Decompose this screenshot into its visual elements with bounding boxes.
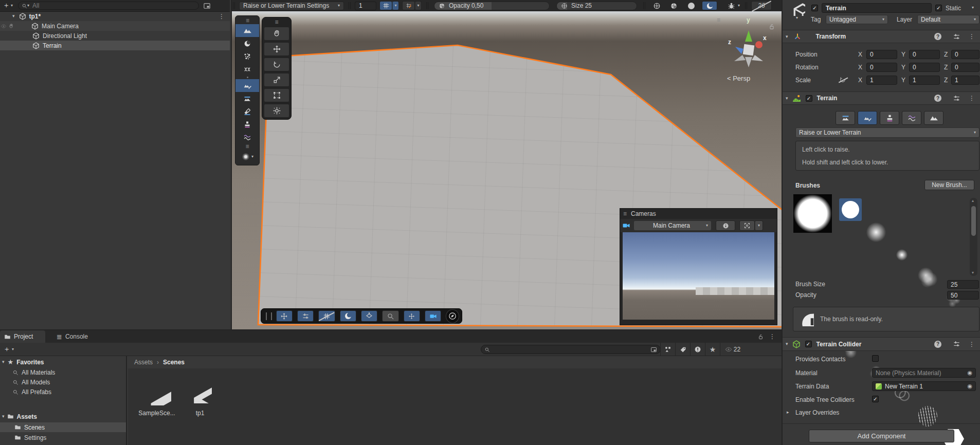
provides-contacts-checkbox[interactable] bbox=[872, 355, 879, 362]
static-caret-icon[interactable]: ▾ bbox=[972, 6, 974, 10]
hierarchy-item-directional-light[interactable]: Directional Light bbox=[0, 31, 230, 41]
scroll-down-icon[interactable]: ▾ bbox=[972, 271, 974, 275]
overlay-search-button[interactable] bbox=[382, 310, 398, 322]
overlay-navigation-compass[interactable] bbox=[446, 309, 459, 323]
search-filter-caret-icon[interactable]: ▾ bbox=[27, 4, 29, 8]
picture-in-picture-icon[interactable] bbox=[203, 2, 211, 10]
material-object-field[interactable]: None (Physics Material) ◉ bbox=[872, 368, 976, 378]
brush-size-slider-button[interactable]: Size 25 bbox=[556, 2, 637, 10]
dig-tool[interactable] bbox=[235, 105, 259, 118]
tree-item-all-prefabs[interactable]: All Prefabs bbox=[0, 387, 126, 397]
tree-item-all-models[interactable]: All Models bbox=[0, 377, 126, 387]
object-name-field[interactable]: Terrain bbox=[822, 3, 932, 13]
visible-count-indicator[interactable]: 22 bbox=[720, 343, 745, 356]
overlay-tools-button[interactable] bbox=[276, 310, 293, 322]
particles-caret-icon[interactable]: ▾ bbox=[738, 4, 740, 8]
brush-opacity-field[interactable]: 50 bbox=[947, 291, 979, 300]
overlay-grid-snap-button[interactable] bbox=[318, 310, 335, 322]
scene-viewport[interactable]: ≡ ≡ ▾ ≡ bbox=[232, 11, 783, 329]
scale-x-field[interactable]: 1 bbox=[866, 76, 897, 85]
kebab-menu-icon[interactable]: ⋮ bbox=[969, 33, 975, 40]
terrain-component-header[interactable]: ▾ ✓ Terrain ? ⋮ bbox=[783, 91, 980, 105]
new-brush-button[interactable]: New Brush... bbox=[924, 180, 974, 190]
brush-circle-solid[interactable] bbox=[839, 198, 862, 221]
assets-root[interactable]: ▾ Assets bbox=[0, 412, 126, 421]
asset-item-samplescene[interactable]: SampleSce... bbox=[137, 377, 176, 417]
warnings-button[interactable] bbox=[690, 343, 705, 356]
scene-row[interactable]: ▾ tp1* ⋮ bbox=[0, 11, 230, 21]
transform-foldout-icon[interactable]: ▾ bbox=[786, 34, 788, 39]
presets-icon[interactable] bbox=[953, 95, 960, 102]
kebab-menu-icon[interactable]: ⋮ bbox=[969, 95, 975, 102]
search-in-window-icon[interactable] bbox=[650, 346, 657, 353]
audio-toggle[interactable] bbox=[684, 1, 698, 10]
rotation-x-field[interactable]: 0 bbox=[866, 63, 897, 72]
gizmo-axis-z-label[interactable]: z bbox=[728, 39, 731, 46]
scale-tool[interactable] bbox=[264, 73, 289, 87]
palette-drag-handle[interactable]: ≡ bbox=[264, 19, 289, 25]
brush-preset-picker[interactable]: ▾ bbox=[235, 150, 259, 164]
brush-noise-1[interactable] bbox=[916, 266, 939, 289]
particles-toggle[interactable] bbox=[724, 1, 738, 10]
brush-streaks[interactable] bbox=[916, 405, 939, 428]
cameras-overlay-header[interactable]: ≡ Cameras bbox=[620, 209, 777, 219]
gizmo-axis-x-label[interactable]: x bbox=[763, 34, 767, 42]
icon-options-caret[interactable]: ▾ bbox=[796, 16, 798, 20]
paint-details-button[interactable] bbox=[902, 111, 921, 125]
hierarchy-search-input[interactable] bbox=[31, 2, 188, 10]
brush-dot-soft[interactable] bbox=[891, 244, 913, 266]
camera-select-dropdown[interactable]: Main Camera ▾ bbox=[633, 220, 712, 231]
scene-kebab-icon[interactable]: ⋮ bbox=[219, 13, 225, 20]
project-search-box[interactable] bbox=[481, 345, 661, 354]
tab-console[interactable]: ≣ Console bbox=[51, 330, 93, 343]
camera-maximize-button[interactable] bbox=[739, 220, 755, 231]
hierarchy-item-main-camera[interactable]: Main Camera bbox=[0, 21, 230, 31]
brush-size-field[interactable]: 25 bbox=[947, 280, 979, 289]
help-icon[interactable]: ? bbox=[934, 33, 941, 40]
paint-trees-button[interactable] bbox=[880, 111, 899, 125]
terrain-erosion-tool[interactable] bbox=[235, 63, 259, 76]
add-object-button[interactable]: ＋ bbox=[3, 1, 10, 10]
set-height-tool[interactable] bbox=[235, 92, 259, 105]
tag-dropdown[interactable]: Untagged▾ bbox=[826, 15, 888, 24]
tool-settings-dropdown[interactable]: Raise or Lower Terrain Settings ▾ bbox=[239, 2, 344, 10]
object-picker-icon[interactable]: ◉ bbox=[967, 369, 972, 376]
overlay-move-button[interactable] bbox=[404, 310, 420, 322]
camera-maximize-caret[interactable]: ▾ bbox=[755, 220, 763, 231]
tree-item-all-materials[interactable]: All Materials bbox=[0, 367, 126, 377]
camera-info-button[interactable] bbox=[716, 220, 735, 231]
transform-tool[interactable] bbox=[264, 104, 289, 118]
gizmo-drag-handle[interactable]: ≡ bbox=[717, 16, 720, 24]
enable-tree-colliders-checkbox[interactable]: ✓ bbox=[872, 396, 879, 402]
grid-snap-caret[interactable]: ▾ bbox=[392, 1, 399, 10]
terrain-raise-tool[interactable] bbox=[235, 24, 259, 37]
terrain-settings-button[interactable] bbox=[924, 111, 943, 125]
tree-item-tutorialinfo[interactable]: ▸ TutorialInfo bbox=[0, 442, 126, 445]
layer-dropdown[interactable]: Default▾ bbox=[917, 15, 979, 24]
tab-project[interactable]: Project bbox=[0, 330, 45, 343]
asset-item-tp1[interactable]: tp1 bbox=[184, 380, 216, 417]
create-neighbor-terrains-button[interactable] bbox=[836, 111, 855, 125]
move-tool[interactable] bbox=[264, 42, 289, 56]
gizmo-axis-y-label[interactable]: y bbox=[747, 16, 750, 24]
presets-icon[interactable] bbox=[953, 33, 960, 41]
snap-increment-field[interactable]: 1 bbox=[355, 2, 376, 10]
paint-terrain-button[interactable] bbox=[858, 111, 877, 125]
cameras-drag-handle[interactable]: ≡ bbox=[623, 210, 627, 217]
filter-by-label-button[interactable] bbox=[675, 343, 690, 356]
static-checkbox[interactable]: ✓ bbox=[935, 5, 942, 11]
terrain-enabled-checkbox[interactable]: ✓ bbox=[806, 95, 812, 102]
position-y-field[interactable]: 0 bbox=[909, 50, 940, 59]
terrain-scatter-tool[interactable] bbox=[235, 50, 259, 63]
hidden-objects-toggle[interactable]: 26 bbox=[751, 1, 772, 10]
layer-overrides-foldout-icon[interactable]: ▸ bbox=[787, 410, 789, 415]
brush-circle-soft[interactable] bbox=[865, 221, 887, 244]
panel-kebab-icon[interactable]: ⋮ bbox=[769, 333, 775, 340]
position-z-field[interactable]: 0 bbox=[951, 50, 979, 59]
brushes-scrollbar[interactable]: ▴ ▾ bbox=[970, 198, 977, 276]
snap-magnet-toggle[interactable] bbox=[402, 1, 415, 10]
create-asset-caret-icon[interactable]: ▾ bbox=[12, 347, 14, 351]
scene-foldout-icon[interactable]: ▾ bbox=[12, 14, 15, 18]
shading-mode-toggle[interactable] bbox=[650, 1, 663, 10]
add-object-caret-icon[interactable]: ▾ bbox=[11, 4, 13, 8]
